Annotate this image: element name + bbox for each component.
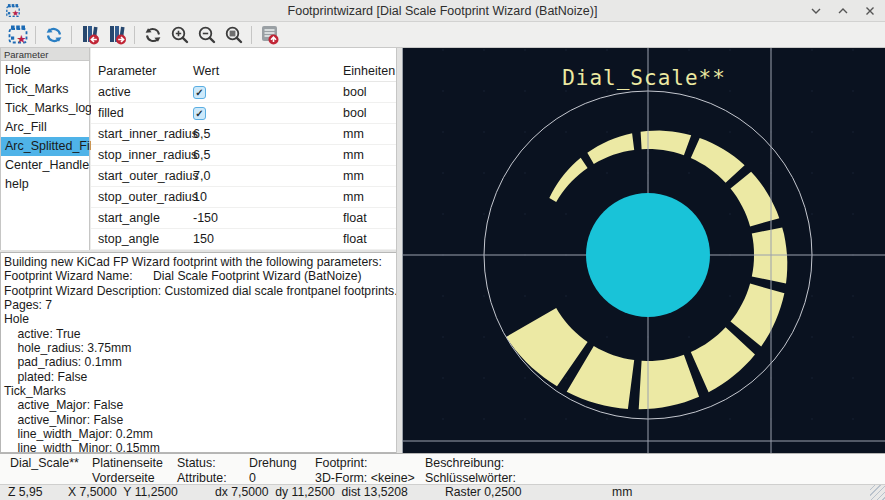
previous-page-button[interactable] [76, 23, 103, 47]
param-row: start_angle-150float [91, 208, 396, 229]
center-hole-pad [586, 193, 710, 317]
status-field: Dial_Scale** [10, 456, 79, 471]
column-header: Parameter [91, 64, 193, 78]
param-value[interactable]: 10 [193, 190, 343, 204]
message-line: Building new KiCad FP Wizard footprint w… [4, 255, 396, 269]
param-row: filled✓bool [91, 103, 396, 124]
param-value[interactable]: 7,0 [193, 169, 343, 183]
dial-segment [549, 158, 587, 202]
status-bar: Dial_Scale**PlatinenseiteVorderseiteStat… [0, 453, 885, 484]
param-value[interactable]: 150 [193, 232, 343, 246]
param-value[interactable]: -150 [193, 211, 343, 225]
param-row: stop_inner_radius6,5mm [91, 145, 396, 166]
column-header: Einheiten [343, 64, 396, 78]
message-line: plated: False [4, 370, 396, 384]
page-item-center_handle[interactable]: Center_Handle [1, 156, 89, 175]
param-name: filled [91, 106, 193, 120]
footprint-wizard-select-button[interactable]: ★ [4, 23, 31, 47]
preview-canvas[interactable]: Dial_Scale** [403, 48, 885, 453]
param-value[interactable]: 6,5 [193, 148, 343, 162]
toolbar-separator [35, 26, 36, 44]
message-line: active_Major: False [4, 398, 396, 412]
page-item-hole[interactable]: Hole [1, 61, 89, 80]
next-page-button[interactable] [103, 23, 130, 47]
column-header: Wert [193, 64, 343, 78]
export-footprint-button[interactable] [256, 23, 283, 47]
redraw-button[interactable] [139, 23, 166, 47]
status-field: PlatinenseiteVorderseite [92, 456, 163, 486]
param-row: stop_angle150float [91, 229, 396, 250]
minimize-icon[interactable] [809, 4, 823, 18]
parameter-table: ParameterWertEinheiten active✓boolfilled… [91, 48, 396, 250]
message-panel[interactable]: Building new KiCad FP Wizard footprint w… [0, 252, 396, 453]
param-value[interactable]: ✓ [193, 85, 343, 99]
message-line: Tick_Marks [4, 384, 396, 398]
svg-text:★: ★ [16, 32, 26, 44]
cursor-position: X 7,5000 Y 11,2500 [68, 485, 178, 500]
zoom-in-button[interactable] [166, 23, 193, 47]
message-line: Footprint Wizard Description: Customized… [4, 284, 396, 298]
param-table-header: ParameterWertEinheiten [91, 60, 396, 82]
param-name: start_inner_radius [91, 127, 193, 141]
page-item-arc_splitted_fill[interactable]: Arc_Splitted_Fill [1, 137, 89, 156]
pages-panel-header: Parameter [1, 48, 89, 61]
zoom-fit-button[interactable] [220, 23, 247, 47]
page-item-tick_marks_log[interactable]: Tick_Marks_log [1, 99, 89, 118]
toolbar-separator [134, 26, 135, 44]
param-table-body: active✓boolfilled✓boolstart_inner_radius… [91, 82, 396, 250]
zoom-level: Z 5,95 [8, 485, 43, 500]
toolbar: ★ [0, 22, 885, 48]
coordinate-bar: Z 5,95 X 7,5000 Y 11,2500 dx 7,5000 dy 1… [0, 484, 885, 500]
refresh-wizard-button[interactable] [40, 23, 67, 47]
param-unit: bool [343, 85, 396, 99]
param-unit: mm [343, 190, 396, 204]
status-field-top: Status: [177, 456, 227, 471]
param-value[interactable]: 6,5 [193, 127, 343, 141]
toolbar-separator [71, 26, 72, 44]
wizard-pages-panel: Parameter HoleTick_MarksTick_Marks_logAr… [0, 48, 90, 250]
page-item-tick_marks[interactable]: Tick_Marks [1, 80, 89, 99]
resize-grip-icon[interactable] [870, 485, 885, 500]
param-row: start_inner_radius6,5mm [91, 124, 396, 145]
param-name: start_angle [91, 211, 193, 225]
toolbar-separator [251, 26, 252, 44]
param-unit: float [343, 232, 396, 246]
param-row: start_outer_radius7,0mm [91, 166, 396, 187]
message-line: line_width_Minor: 0.15mm [4, 441, 396, 453]
message-line: active_Minor: False [4, 413, 396, 427]
page-item-help[interactable]: help [1, 175, 89, 194]
checkbox-checked-icon[interactable]: ✓ [193, 107, 206, 120]
param-value[interactable]: ✓ [193, 106, 343, 120]
status-field-top: Dial_Scale** [10, 456, 79, 471]
param-name: stop_inner_radius [91, 148, 193, 162]
footprint-wizard-window: ★ Footprintwizard [Dial Scale Footprint … [0, 0, 885, 500]
checkbox-checked-icon[interactable]: ✓ [193, 86, 206, 99]
param-row: active✓bool [91, 82, 396, 103]
close-icon[interactable] [863, 4, 877, 18]
dial-segment [506, 308, 588, 386]
vertical-splitter[interactable] [396, 48, 403, 453]
param-row: stop_outer_radius10mm [91, 187, 396, 208]
param-unit: mm [343, 169, 396, 183]
dial-segment [731, 172, 780, 227]
param-name: stop_angle [91, 232, 193, 246]
window-controls [809, 0, 877, 22]
message-line: Footprint Wizard Name: Dial Scale Footpr… [4, 269, 396, 283]
units-indicator: mm [612, 485, 632, 500]
message-line: pad_radius: 0.1mm [4, 355, 396, 369]
status-field-top: Footprint: [315, 456, 415, 471]
param-unit: float [343, 211, 396, 225]
message-line: hole_radius: 3.75mm [4, 341, 396, 355]
title-bar: ★ Footprintwizard [Dial Scale Footprint … [0, 0, 885, 22]
page-list: HoleTick_MarksTick_Marks_logArc_FillArc_… [1, 61, 89, 194]
status-field: Drehung0 [249, 456, 297, 486]
param-name: stop_outer_radius [91, 190, 193, 204]
zoom-out-button[interactable] [193, 23, 220, 47]
maximize-icon[interactable] [836, 4, 850, 18]
page-item-arc_fill[interactable]: Arc_Fill [1, 118, 89, 137]
grid-setting: Raster 0,2500 [445, 485, 522, 500]
status-field: Beschreibung:Schlüsselwörter: [425, 456, 516, 486]
dial-segment [587, 133, 634, 164]
dial-segment [691, 327, 755, 392]
message-line: Hole [4, 312, 396, 326]
